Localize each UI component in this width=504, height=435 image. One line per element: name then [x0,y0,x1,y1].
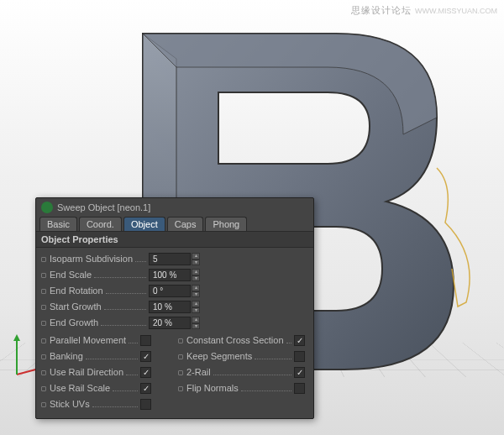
numeric-input[interactable]: 20 % [149,317,191,329]
anim-dot-icon[interactable] [41,370,46,375]
anim-dot-icon[interactable] [178,338,183,343]
prop-row: Stick UVs [41,397,171,411]
prop-row: Flip Normals [178,381,308,396]
checkbox[interactable] [140,383,151,394]
prop-label-text: End Scale [50,270,92,280]
prop-label-text: 2-Rail [186,367,211,377]
panel-title: Sweep Object [neon.1] [36,198,313,215]
prop-label-text: Parallel Movement [50,335,126,345]
anim-dot-icon[interactable] [41,402,46,407]
numeric-input[interactable]: 10 % [149,301,191,313]
anim-dot-icon[interactable] [41,273,46,278]
svg-marker-2 [13,334,20,341]
prop-label: Stick UVs [41,399,140,410]
prop-label-text: Stick UVs [50,399,90,409]
prop-label: End Scale [41,270,149,280]
spinner[interactable]: ▴▾ [192,317,200,329]
checkbox[interactable] [294,335,305,346]
prop-label: Keep Segments [178,351,294,362]
anim-dot-icon[interactable] [178,386,183,391]
prop-label: Use Rail Direction [41,367,140,378]
prop-label: Flip Normals [178,383,294,394]
anim-dot-icon[interactable] [41,321,46,326]
anim-dot-icon[interactable] [41,386,46,391]
prop-label: Banking [41,351,140,362]
prop-label-text: Keep Segments [186,351,252,361]
spinner[interactable]: ▴▾ [192,253,200,265]
prop-label: End Rotation [41,286,149,296]
prop-row: Constant Cross Section [178,333,308,348]
numeric-input[interactable]: 100 % [149,269,191,281]
anim-dot-icon[interactable] [178,370,183,375]
watermark: 思缘设计论坛WWW.MISSYUAN.COM [351,4,497,17]
prop-label-text: End Growth [50,317,98,328]
spinner[interactable]: ▴▾ [192,301,200,313]
checkbox[interactable] [294,367,305,378]
checkbox[interactable] [140,335,151,346]
prop-label-text: Constant Cross Section [186,335,284,345]
tab-basic[interactable]: Basic [39,217,77,231]
sweep-object-icon [41,202,53,213]
prop-label-text: Banking [50,351,83,361]
attributes-panel: Sweep Object [neon.1] Basic Coord. Objec… [35,197,314,419]
anim-dot-icon[interactable] [41,289,46,294]
checkbox[interactable] [140,367,151,378]
panel-title-text: Sweep Object [neon.1] [57,202,150,212]
prop-label-text: Flip Normals [186,383,239,393]
checkbox[interactable] [294,383,305,394]
checkbox[interactable] [294,351,305,362]
prop-label-text: Start Growth [50,301,102,312]
prop-label: Start Growth [41,301,149,312]
prop-label: Isoparm Subdivision [41,254,149,265]
prop-label: Use Rail Scale [41,383,140,394]
prop-label-text: Isoparm Subdivision [50,254,133,264]
prop-row: Keep Segments [178,349,308,364]
prop-label-text: End Rotation [50,286,103,296]
prop-row: Banking [41,349,171,364]
tab-object[interactable]: Object [123,217,165,231]
prop-label: 2-Rail [178,367,294,378]
tab-coord[interactable]: Coord. [79,217,122,231]
properties-body: Isoparm Subdivision5▴▾End Scale100 %▴▾En… [36,248,313,418]
prop-row: End Growth20 %▴▾ [41,316,308,330]
prop-label-text: Use Rail Scale [50,383,110,393]
numeric-input[interactable]: 5 [149,253,191,265]
prop-row: Start Growth10 %▴▾ [41,300,308,314]
spinner[interactable]: ▴▾ [192,285,200,297]
checkbox[interactable] [140,351,151,362]
anim-dot-icon[interactable] [41,338,46,343]
prop-label: Parallel Movement [41,335,140,346]
section-header: Object Properties [36,231,313,248]
prop-label-text: Use Rail Direction [50,367,123,377]
prop-row: Use Rail Direction [41,365,171,380]
prop-row: 2-Rail [178,365,308,380]
checkbox[interactable] [140,399,151,410]
anim-dot-icon[interactable] [41,305,46,310]
prop-label: Constant Cross Section [178,335,294,346]
prop-row: Parallel Movement [41,333,171,348]
prop-row: Use Rail Scale [41,381,171,396]
prop-row: Isoparm Subdivision5▴▾ [41,252,308,266]
prop-label: End Growth [41,317,149,328]
anim-dot-icon[interactable] [41,257,46,262]
anim-dot-icon[interactable] [41,354,46,359]
prop-row: End Scale100 %▴▾ [41,268,308,282]
tab-phong[interactable]: Phong [205,217,247,231]
numeric-input[interactable]: 0 ° [149,285,191,297]
tab-caps[interactable]: Caps [167,217,204,231]
spinner[interactable]: ▴▾ [192,269,200,281]
anim-dot-icon[interactable] [178,354,183,359]
panel-tabs: Basic Coord. Object Caps Phong [36,215,313,231]
prop-row: End Rotation0 °▴▾ [41,284,308,298]
